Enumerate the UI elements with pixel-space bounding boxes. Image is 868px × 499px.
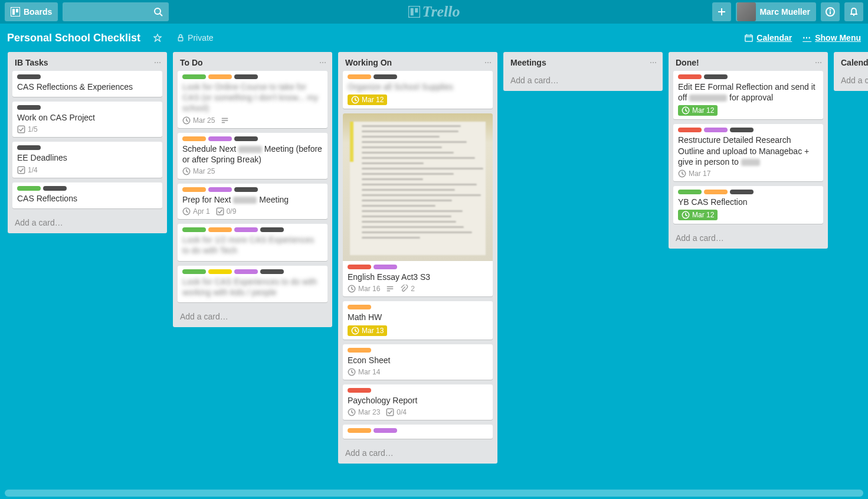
search-input[interactable]	[63, 2, 169, 21]
svg-point-12	[830, 9, 831, 10]
card-labels	[348, 305, 488, 309]
add-card-button[interactable]: Add a card…	[173, 307, 332, 327]
trello-icon	[11, 7, 20, 17]
calendar-link[interactable]: Calendar	[745, 33, 792, 43]
add-card-button[interactable]: Add a ca	[834, 71, 868, 91]
star-icon	[153, 34, 162, 42]
card-labels	[17, 145, 158, 150]
attachment-badge: 2	[400, 285, 415, 293]
card-label-darkgray	[234, 136, 258, 141]
card-label-yellow	[208, 269, 232, 274]
card-title: English Essay Act3 S3	[348, 272, 488, 282]
card[interactable]: Restructure Detailed Research Outline an…	[673, 124, 823, 181]
list: Done! ⋯ Edit EE Formal Reflection and se…	[669, 52, 828, 249]
card[interactable]: Organize all School Supplies Mar 12	[343, 71, 493, 109]
show-menu-link[interactable]: ⋯ Show Menu	[803, 33, 861, 43]
card-label-purple	[234, 227, 258, 232]
card[interactable]: Math HW Mar 13	[343, 301, 493, 339]
app-name: Trello	[422, 3, 460, 21]
due-badge: Mar 12	[678, 210, 718, 220]
list-menu-icon[interactable]: ⋯	[154, 58, 161, 67]
card-label-darkgray	[17, 105, 41, 110]
card-labels	[678, 128, 818, 132]
list-title: Working On	[345, 58, 392, 67]
board-header: Personal School Checklist Private Calend…	[0, 24, 868, 52]
due-badge: Mar 17	[678, 169, 710, 178]
add-card-button[interactable]: Add a card…	[338, 443, 497, 464]
board-title[interactable]: Personal School Checklist	[7, 32, 140, 44]
card-label-orange	[182, 187, 206, 192]
description-badge	[386, 285, 394, 293]
card-labels	[348, 265, 488, 269]
list-menu-icon[interactable]: ⋯	[484, 58, 492, 67]
add-card-button[interactable]: Add a card…	[503, 71, 663, 91]
card-title: Math HW	[348, 312, 488, 322]
app-logo[interactable]: Trello	[408, 3, 460, 21]
user-menu-button[interactable]: Marc Mueller	[736, 2, 816, 21]
card-title: CAS Reflections & Experiences	[17, 81, 158, 92]
list-header[interactable]: Working On ⋯	[338, 52, 497, 71]
card-labels	[17, 74, 158, 79]
card-label-red	[348, 388, 371, 393]
card-label-red	[348, 265, 371, 269]
list-menu-icon[interactable]: ⋯	[319, 58, 326, 67]
svg-rect-0	[11, 7, 20, 17]
horizontal-scrollbar[interactable]	[5, 490, 863, 497]
list-header[interactable]: IB Tasks ⋯	[8, 52, 167, 71]
card-labels	[182, 187, 323, 192]
info-button[interactable]	[821, 2, 840, 21]
trello-logo-icon	[408, 6, 420, 18]
list-header[interactable]: Meetings ⋯	[503, 52, 663, 71]
star-button[interactable]	[149, 31, 166, 44]
card-title: EE Deadlines	[17, 152, 158, 163]
notifications-button[interactable]	[844, 2, 863, 21]
svg-rect-2	[16, 9, 18, 12]
due-badge: Mar 25	[182, 116, 215, 125]
card[interactable]: Prep for Next Meeting Apr 1 0/9	[178, 184, 327, 219]
card-title: Look for CAS Experiences to do with work…	[182, 276, 323, 298]
card[interactable]: CAS Reflections	[12, 182, 162, 208]
list: Meetings ⋯ Add a card…	[503, 52, 663, 91]
card-title: YB CAS Reflection	[678, 197, 818, 207]
create-button[interactable]	[712, 2, 731, 21]
card-label-orange	[704, 190, 728, 194]
card[interactable]: Schedule Next Meeting (before or after S…	[178, 133, 327, 179]
due-badge: Apr 1	[182, 207, 210, 216]
user-name: Marc Mueller	[759, 7, 810, 17]
card-label-darkgray	[730, 190, 754, 194]
card-label-purple	[704, 128, 728, 132]
card-label-orange	[348, 305, 371, 309]
card[interactable]: Econ Sheet Mar 14	[343, 344, 493, 380]
list-menu-icon[interactable]: ⋯	[650, 58, 657, 67]
plus-icon	[717, 7, 726, 17]
card[interactable]: Look for CAS Experiences to do with work…	[178, 266, 327, 302]
due-badge: Mar 14	[348, 368, 380, 376]
card-labels	[348, 348, 488, 353]
card[interactable]: Look for Online Course to take for CAS (…	[178, 71, 327, 128]
card[interactable]: Work on CAS Project 1/5	[12, 102, 162, 137]
list-header[interactable]: Calenda ⋯	[834, 52, 868, 71]
board-canvas[interactable]: IB Tasks ⋯ CAS Reflections & Experiences…	[0, 52, 868, 499]
list-header[interactable]: To Do ⋯	[173, 52, 332, 71]
card[interactable]: YB CAS Reflection Mar 12	[673, 186, 823, 224]
card-title: Econ Sheet	[348, 355, 488, 366]
list-header[interactable]: Done! ⋯	[669, 52, 828, 71]
due-badge: Mar 25	[182, 167, 215, 175]
svg-rect-36	[387, 409, 394, 415]
card-label-darkgray	[234, 187, 258, 192]
list: Working On ⋯ Organize all School Supplie…	[338, 52, 497, 464]
card[interactable]: Look for 1/2 more CAS Experiences to do …	[178, 224, 327, 260]
privacy-button[interactable]: Private	[172, 31, 218, 45]
add-card-button[interactable]: Add a card…	[8, 213, 167, 233]
card[interactable]: Edit EE Formal Reflection and send it of…	[673, 71, 823, 119]
add-card-button[interactable]: Add a card…	[669, 229, 828, 249]
card[interactable]: EE Deadlines 1/4	[12, 142, 162, 177]
list-menu-icon[interactable]: ⋯	[815, 58, 822, 67]
card[interactable]	[343, 425, 493, 439]
card[interactable]: CAS Reflections & Experiences	[12, 71, 162, 97]
boards-button[interactable]: Boards	[5, 2, 58, 21]
card-labels	[182, 74, 323, 79]
card[interactable]: English Essay Act3 S3 Mar 16 2	[343, 113, 493, 296]
card[interactable]: Paychology Report Mar 23 0/4	[343, 384, 493, 420]
card-labels	[17, 186, 158, 191]
